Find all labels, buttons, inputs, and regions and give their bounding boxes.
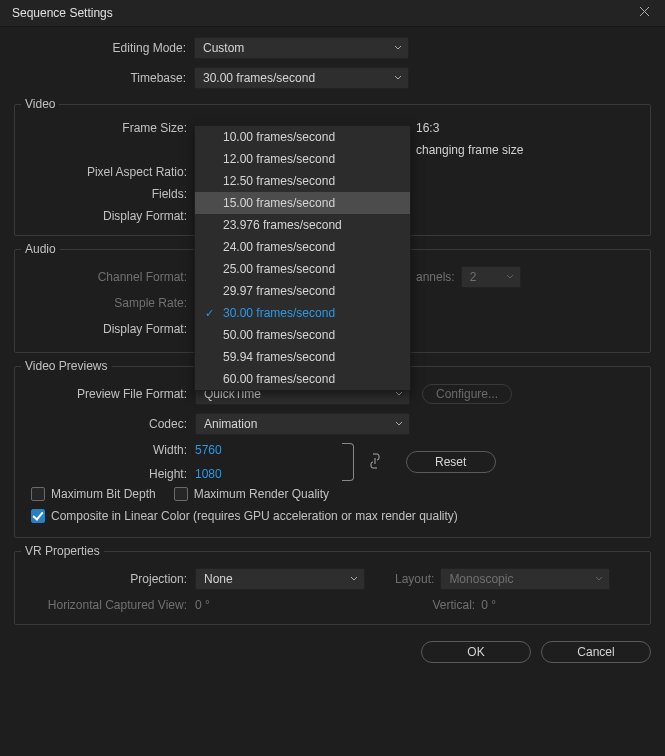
timebase-select[interactable]: 30.00 frames/second [194, 67, 409, 89]
timebase-option[interactable]: 59.94 frames/second [195, 346, 410, 368]
chevron-down-icon [395, 390, 403, 398]
width-label: Width: [15, 443, 195, 457]
horiz-view-value: 0 ° [195, 598, 210, 612]
frame-size-ratio: 16:3 [416, 121, 439, 135]
channels-value: 2 [470, 270, 477, 284]
max-bit-depth-checkbox[interactable]: Maximum Bit Depth [31, 487, 156, 501]
bracket-icon [342, 443, 354, 481]
projection-value: None [204, 572, 233, 586]
checkbox-icon [31, 487, 45, 501]
vr-legend: VR Properties [21, 544, 104, 558]
timebase-option[interactable]: 60.00 frames/second [195, 368, 410, 390]
timebase-option[interactable]: 30.00 frames/second [195, 302, 410, 324]
layout-label: Layout: [395, 572, 434, 586]
cancel-button[interactable]: Cancel [541, 641, 651, 663]
audio-display-format-label: Display Format: [15, 322, 195, 336]
channel-format-label: Channel Format: [15, 270, 195, 284]
frame-size-note: changing frame size [416, 143, 523, 157]
width-value[interactable]: 5760 [195, 443, 222, 457]
editing-mode-select[interactable]: Custom [194, 37, 409, 59]
par-label: Pixel Aspect Ratio: [15, 165, 195, 179]
previews-legend: Video Previews [21, 359, 112, 373]
checkbox-icon [31, 509, 45, 523]
sample-rate-label: Sample Rate: [15, 296, 195, 310]
fields-label: Fields: [15, 187, 195, 201]
chevron-down-icon [394, 44, 402, 52]
vert-view-label: Vertical: [423, 598, 475, 612]
channels-select: 2 [461, 266, 521, 288]
horiz-view-label: Horizontal Captured View: [15, 598, 195, 612]
max-render-quality-checkbox[interactable]: Maximum Render Quality [174, 487, 329, 501]
layout-value: Monoscopic [449, 572, 513, 586]
close-icon[interactable] [633, 6, 655, 20]
preview-format-label: Preview File Format: [15, 387, 195, 401]
frame-size-label: Frame Size: [15, 121, 195, 135]
titlebar: Sequence Settings [0, 0, 665, 27]
ok-button[interactable]: OK [421, 641, 531, 663]
codec-label: Codec: [15, 417, 195, 431]
timebase-option[interactable]: 24.00 frames/second [195, 236, 410, 258]
layout-select: Monoscopic [440, 568, 610, 590]
codec-select[interactable]: Animation [195, 413, 410, 435]
video-legend: Video [21, 97, 59, 111]
timebase-option[interactable]: 29.97 frames/second [195, 280, 410, 302]
timebase-option[interactable]: 12.00 frames/second [195, 148, 410, 170]
video-display-format-label: Display Format: [15, 209, 195, 223]
height-label: Height: [15, 467, 195, 481]
height-value[interactable]: 1080 [195, 467, 222, 481]
configure-button: Configure... [422, 384, 512, 404]
editing-mode-value: Custom [203, 41, 244, 55]
timebase-option[interactable]: 23.976 frames/second [195, 214, 410, 236]
timebase-option[interactable]: 50.00 frames/second [195, 324, 410, 346]
reset-button[interactable]: Reset [406, 451, 496, 473]
chevron-down-icon [506, 273, 514, 281]
chevron-down-icon [395, 420, 403, 428]
editing-mode-label: Editing Mode: [14, 41, 194, 55]
timebase-option[interactable]: 12.50 frames/second [195, 170, 410, 192]
timebase-dropdown[interactable]: 10.00 frames/second12.00 frames/second12… [194, 125, 411, 391]
projection-select[interactable]: None [195, 568, 365, 590]
composite-linear-checkbox[interactable]: Composite in Linear Color (requires GPU … [31, 509, 458, 523]
timebase-value: 30.00 frames/second [203, 71, 315, 85]
audio-legend: Audio [21, 242, 60, 256]
timebase-label: Timebase: [14, 71, 194, 85]
timebase-option[interactable]: 10.00 frames/second [195, 126, 410, 148]
vr-section: VR Properties Projection: None Layout: M… [14, 544, 651, 625]
checkbox-icon [174, 487, 188, 501]
window-title: Sequence Settings [12, 6, 113, 20]
chevron-down-icon [595, 575, 603, 583]
channels-label: annels: [416, 270, 455, 284]
timebase-option[interactable]: 25.00 frames/second [195, 258, 410, 280]
timebase-option[interactable]: 15.00 frames/second [195, 192, 410, 214]
vert-view-value: 0 ° [481, 598, 496, 612]
chevron-down-icon [394, 74, 402, 82]
codec-value: Animation [204, 417, 257, 431]
chevron-down-icon [350, 575, 358, 583]
projection-label: Projection: [15, 572, 195, 586]
link-icon[interactable] [370, 453, 380, 472]
